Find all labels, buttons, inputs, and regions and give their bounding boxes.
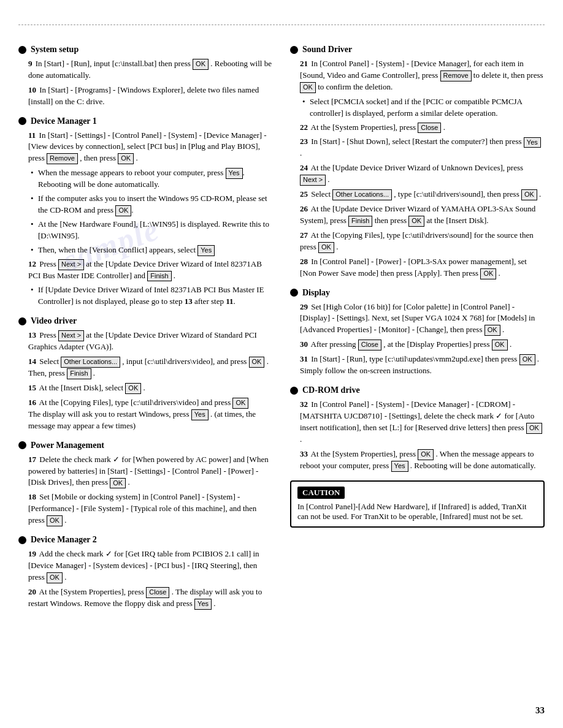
- bullet-11c: At the [New Hardware Found], [L:\WIN95] …: [18, 219, 273, 242]
- step-31: 31 In [Start] - [Run], type [c:\util\upd…: [290, 354, 545, 377]
- ok-btn-26[interactable]: OK: [408, 216, 424, 227]
- section-video-driver: Video driver: [18, 316, 273, 326]
- finish-btn-12[interactable]: Finish: [147, 271, 171, 282]
- section-display: Display: [290, 288, 545, 298]
- yes-btn-16[interactable]: Yes: [191, 409, 209, 420]
- step-32: 32 In [Control Panel] - [System] - [Devi…: [290, 399, 545, 446]
- yes-btn-20[interactable]: Yes: [194, 599, 212, 610]
- section-bullet: [18, 536, 26, 544]
- ok-btn-16[interactable]: OK: [232, 398, 248, 409]
- step-12: 12 Press Next > at the [Update Device Dr…: [18, 259, 273, 282]
- step-29: 29 Set [High Color (16 bit)] for [Color …: [290, 301, 545, 336]
- right-column: Sound Driver 21 In [Control Panel] - [Sy…: [290, 36, 545, 613]
- ok-btn-28[interactable]: OK: [480, 268, 496, 279]
- step-23: 23 In [Start] - [Shut Down], select [Res…: [290, 136, 545, 159]
- section-bullet: [290, 46, 298, 54]
- ok-btn-11[interactable]: OK: [118, 153, 134, 164]
- bullet-12a: If [Update Device Driver Wizard of Intel…: [18, 284, 273, 308]
- caution-box: CAUTION In [Control Panel]-[Add New Hard…: [290, 480, 545, 528]
- step-30: 30 After pressing Close , at the [Displa…: [290, 339, 545, 351]
- ok-btn-19[interactable]: OK: [47, 572, 63, 583]
- next-btn-13[interactable]: Next >: [58, 330, 84, 341]
- step-25: 25 Select Other Locations... , type [c:\…: [290, 189, 545, 200]
- ok-btn-25[interactable]: OK: [521, 189, 537, 200]
- step-18: 18 Set [Mobile or docking system] in [Co…: [18, 491, 273, 526]
- page-number: 33: [535, 705, 545, 716]
- step-28: 28 In [Control Panel] - [Power] - [OPL3-…: [290, 256, 545, 279]
- next-btn-24[interactable]: Next >: [300, 175, 326, 186]
- ok-btn-15[interactable]: OK: [125, 383, 141, 394]
- yes-btn-11d[interactable]: Yes: [197, 245, 215, 256]
- ok-btn-27[interactable]: OK: [318, 242, 334, 253]
- remove-btn-11[interactable]: Remove: [47, 153, 78, 164]
- yes-btn-11a[interactable]: Yes: [226, 168, 243, 179]
- ok-btn-9[interactable]: OK: [193, 59, 209, 70]
- step-10: 10 In [Start] - [Programs] - [Windows Ex…: [18, 85, 273, 108]
- ok-btn-33[interactable]: OK: [418, 449, 434, 460]
- ok-btn-30[interactable]: OK: [492, 339, 508, 351]
- step-21: 21 In [Control Panel] - [System] - [Devi…: [290, 58, 545, 93]
- page-top-border: [18, 25, 545, 25]
- section-bullet: [18, 317, 26, 325]
- step-24: 24 At the [Update Device Driver Wizard o…: [290, 162, 545, 186]
- finish-btn-14[interactable]: Finish: [67, 368, 91, 379]
- section-device-manager-2: Device Manager 2: [18, 535, 273, 545]
- step-11: 11 In [Start] - [Settings] - [Control Pa…: [18, 130, 273, 165]
- bullet-11b: If the computer asks you to insert the W…: [18, 193, 273, 216]
- step-27: 27 At the [Copying Files], type [c:\util…: [290, 230, 545, 253]
- ok-btn-21[interactable]: OK: [300, 82, 316, 93]
- ok-btn-29[interactable]: OK: [484, 325, 500, 336]
- section-device-manager-1: Device Manager 1: [18, 116, 273, 126]
- section-power-management: Power Management: [18, 441, 273, 450]
- section-system-setup: System setup: [18, 45, 273, 55]
- ok-btn-32[interactable]: OK: [526, 423, 542, 434]
- section-bullet: [290, 289, 298, 297]
- ok-btn-31[interactable]: OK: [519, 354, 535, 365]
- step-22: 22 At the [System Properties], press Clo…: [290, 122, 545, 134]
- caution-text: In [Control Panel]-[Add New Hardware], i…: [297, 502, 537, 521]
- left-column: System setup 9 In [Start] - [Run], input…: [18, 36, 273, 613]
- ok-btn-18[interactable]: OK: [47, 515, 63, 526]
- ok-btn-17[interactable]: OK: [110, 478, 126, 489]
- close-btn-30[interactable]: Close: [358, 339, 381, 351]
- other-locations-btn-25[interactable]: Other Locations...: [332, 189, 392, 200]
- step-33: 33 At the [System Properties], press OK …: [290, 449, 545, 472]
- section-bullet: [18, 117, 26, 125]
- finish-btn-26[interactable]: Finish: [348, 216, 372, 227]
- bullet-11a: When the message appears to reboot your …: [18, 167, 273, 191]
- bullet-21a: Select [PCMCIA socket] and if the [PCIC …: [290, 96, 545, 119]
- section-bullet: [18, 441, 26, 449]
- step-26: 26 At the [Update Device Driver Wizard o…: [290, 203, 545, 227]
- section-cdrom: CD-ROM drive: [290, 385, 545, 395]
- bullet-11d: Then, when the [Version Conflict] appear…: [18, 245, 273, 256]
- step-9: 9 In [Start] - [Run], input [c:\install.…: [18, 58, 273, 82]
- yes-btn-33[interactable]: Yes: [391, 461, 408, 472]
- main-content: System setup 9 In [Start] - [Run], input…: [18, 36, 545, 613]
- other-locations-btn-14[interactable]: Other Locations...: [61, 357, 120, 368]
- section-bullet: [290, 387, 298, 395]
- section-sound-driver: Sound Driver: [290, 45, 545, 55]
- step-17: 17 Delete the check mark ✓ for [When pow…: [18, 454, 273, 489]
- close-btn-22[interactable]: Close: [418, 123, 441, 134]
- ok-btn-14[interactable]: OK: [249, 357, 265, 368]
- ok-btn-11b[interactable]: OK: [115, 205, 131, 216]
- step-19: 19 Add the check mark ✓ for [Get IRQ tab…: [18, 548, 273, 583]
- close-btn-20[interactable]: Close: [146, 587, 169, 598]
- step-15: 15 At the [Insert Disk], select OK .: [18, 382, 273, 394]
- step-16: 16 At the [Copying Files], type [c:\util…: [18, 397, 273, 432]
- caution-label: CAUTION: [297, 487, 345, 499]
- yes-btn-23[interactable]: Yes: [524, 137, 541, 148]
- step-20: 20 At the [System Properties], press Clo…: [18, 586, 273, 610]
- section-bullet: [18, 46, 26, 54]
- step-14: 14 Select Other Locations... , input [c:…: [18, 356, 273, 379]
- step-13: 13 Press Next > at the [Update Device Dr…: [18, 330, 273, 353]
- remove-btn-21[interactable]: Remove: [440, 70, 472, 82]
- next-btn-12[interactable]: Next >: [58, 259, 84, 270]
